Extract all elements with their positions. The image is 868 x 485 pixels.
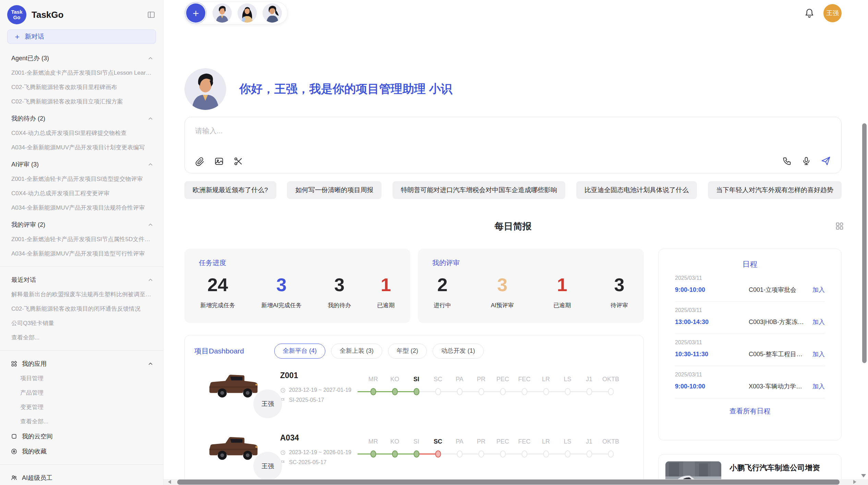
people-icon xyxy=(11,474,17,481)
chat-input[interactable] xyxy=(194,125,766,146)
apps-view-all[interactable]: 查看全部... xyxy=(0,414,163,429)
notification-bell-icon[interactable] xyxy=(804,8,815,18)
stat-value: 1 xyxy=(557,271,567,299)
schedule-title: 日程 xyxy=(675,259,825,270)
stat: 2 进行中 xyxy=(434,271,451,309)
filter-tab[interactable]: 全新上装 (3) xyxy=(331,344,382,359)
suggestion-chip[interactable]: 欧洲新规最近颁布了什么? xyxy=(184,181,276,199)
schedule-event: 2025/03/11 10:30-11:30 C005-整车工程目标评审 加入 xyxy=(675,334,825,366)
app-item[interactable]: 产品管理 xyxy=(0,386,163,400)
horizontal-scrollbar-thumb[interactable] xyxy=(177,480,840,485)
milestone-cell: PA xyxy=(449,373,470,421)
sidebar-item[interactable]: Z001-全新燃油轻卡产品开发项目SI造型提交物评审 xyxy=(0,172,163,186)
milestone-cell: LS xyxy=(557,435,578,483)
chat-tools-right xyxy=(782,156,831,166)
sidebar: Task Go TaskGo ＋ 新对话 Agent已办 (3) Z001-全新… xyxy=(0,0,164,485)
sidebar-item-cloud-space[interactable]: 我的云空间 xyxy=(0,429,163,444)
add-agent-button[interactable]: ＋ xyxy=(186,3,205,23)
stat-label: 已逾期 xyxy=(553,301,571,309)
layout-grid-icon[interactable] xyxy=(835,221,844,231)
sidebar-item[interactable]: C02-飞腾新能源轻客改款项目立项汇报方案 xyxy=(0,95,163,109)
sidebar-item-my-apps[interactable]: 我的应用 xyxy=(0,356,163,371)
agent-avatar-2[interactable] xyxy=(238,3,257,23)
project-info: Z001 2023-12-19 ~ 2027-01-19 SI-2025-05-… xyxy=(280,370,362,421)
agent-avatar-3[interactable] xyxy=(263,3,282,23)
suggestion-chip[interactable]: 如何写一份清晰的项目周报 xyxy=(287,181,382,199)
milestone-label: J1 xyxy=(586,435,592,448)
sidebar-item[interactable]: Z001-全新燃油轻卡产品开发项目SI节点属性5D文件评审 xyxy=(0,232,163,247)
vertical-scrollbar-thumb[interactable] xyxy=(862,123,867,363)
scissors-icon[interactable] xyxy=(233,157,243,166)
sidebar-item[interactable]: A034-全新新能源MUV产品开发项目造型可行性评审 xyxy=(0,247,163,261)
scroll-right-arrow[interactable] xyxy=(853,480,856,484)
suggestion-chip[interactable]: 比亚迪全固态电池计划具体说了什么 xyxy=(576,181,697,199)
filter-tab[interactable]: 全新平台 (4) xyxy=(274,344,325,359)
project-row[interactable]: 王强 Z001 2023-12-19 ~ 2027-01-19 SI-2025-… xyxy=(194,370,634,421)
milestone-label: LR xyxy=(542,373,550,385)
milestone-dot xyxy=(586,450,592,458)
horizontal-scrollbar[interactable] xyxy=(164,479,868,485)
join-button[interactable]: 加入 xyxy=(812,286,825,294)
event-date: 2025/03/11 xyxy=(675,372,825,378)
sidebar-item-favorites[interactable]: 我的收藏 xyxy=(0,444,163,459)
favorites-icon xyxy=(11,448,17,455)
filter-tab[interactable]: 年型 (2) xyxy=(388,344,427,359)
filter-tab[interactable]: 动总开发 (1) xyxy=(433,344,484,359)
new-chat-button[interactable]: ＋ 新对话 xyxy=(7,29,156,44)
section-recent-chats[interactable]: 最近对话 xyxy=(0,272,163,287)
section-agent-done[interactable]: Agent已办 (3) xyxy=(0,51,163,66)
send-icon[interactable] xyxy=(821,156,831,166)
milestone-cell: KO xyxy=(384,435,406,483)
sidebar-item[interactable]: A034-全新新能源MUV产品开发项目计划变更表编写 xyxy=(0,140,163,155)
recent-chat-item[interactable]: 公司Q3轻卡销量 xyxy=(0,316,163,331)
app-logo: Task Go xyxy=(7,5,26,24)
sidebar-item[interactable]: A034-全新新能源MUV产品开发项目法规符合性评审 xyxy=(0,201,163,215)
recent-chat-item[interactable]: 解释最新出台的欧盟报废车法规再生塑料比例被调至15%... xyxy=(0,287,163,302)
image-upload-icon[interactable] xyxy=(214,157,224,166)
milestone-dot xyxy=(543,388,549,395)
agent-avatar-1[interactable] xyxy=(213,3,232,23)
microphone-icon[interactable] xyxy=(801,156,811,166)
section-my-review[interactable]: 我的评审 (2) xyxy=(0,217,163,232)
section-my-todo[interactable]: 我的待办 (2) xyxy=(0,111,163,126)
sidebar-item[interactable]: Z001-全新燃油皮卡产品开发项目SI节点Lesson Learn报告 xyxy=(0,66,163,80)
suggestion-chip[interactable]: 特朗普可能对进口汽车增税会对中国车企造成哪些影响 xyxy=(393,181,565,199)
attachment-icon[interactable] xyxy=(195,157,205,166)
sidebar-item[interactable]: C0X4-动力总成开发项目SI里程碑提交物检查 xyxy=(0,126,163,140)
event-date: 2025/03/11 xyxy=(675,339,825,346)
milestone-label: MR xyxy=(369,435,378,448)
milestone-label: OKTB xyxy=(602,435,619,448)
project-row[interactable]: 王强 A034 2023-12-19 ~ 2026-01-19 SC-2025-… xyxy=(194,432,634,483)
project-flag: SI-2025-05-17 xyxy=(280,397,362,403)
task-progress-card[interactable]: 任务进度 24 新增完成任务 3 新增AI完成任务 3 我的待办 xyxy=(184,249,410,323)
user-avatar[interactable]: 王强 xyxy=(823,4,842,22)
milestone-cell: FEC xyxy=(514,435,535,483)
suggestion-chip[interactable]: 当下年轻人对汽车外观有怎样的喜好趋势 xyxy=(708,181,842,199)
milestone-label: J1 xyxy=(586,373,592,385)
app-item[interactable]: 变更管理 xyxy=(0,400,163,414)
project-code: Z001 xyxy=(280,371,362,380)
sidebar-item[interactable]: C0X4-动力总成开发项目工程变更评审 xyxy=(0,186,163,201)
section-ai-review[interactable]: AI评审 (3) xyxy=(0,157,163,172)
milestone-dot xyxy=(413,450,419,458)
my-review-card[interactable]: 我的评审 2 进行中 3 AI预评审 1 已逾期 xyxy=(418,249,644,323)
scroll-down-arrow[interactable] xyxy=(861,474,866,477)
project-code: A034 xyxy=(280,433,362,443)
view-all-schedule-link[interactable]: 查看所有日程 xyxy=(675,407,825,416)
app-item[interactable]: 项目管理 xyxy=(0,371,163,386)
recent-chat-item[interactable]: C02-飞腾新能源轻客改款项目的闭环通告反馈情况 xyxy=(0,302,163,316)
sidebar-item[interactable]: C02-飞腾新能源轻客改款项目里程碑画布 xyxy=(0,80,163,95)
recent-view-all[interactable]: 查看全部... xyxy=(0,331,163,345)
sidebar-item-ai-employee[interactable]: AI超级员工 xyxy=(0,470,163,485)
join-button[interactable]: 加入 xyxy=(812,350,825,358)
milestone-dot xyxy=(521,388,527,395)
join-button[interactable]: 加入 xyxy=(812,318,825,326)
chevron-up-icon xyxy=(147,222,154,228)
sidebar-collapse-icon[interactable] xyxy=(146,10,156,20)
milestone-dot xyxy=(392,388,398,395)
card-title: 任务进度 xyxy=(199,258,396,268)
scroll-left-arrow[interactable] xyxy=(168,480,171,484)
voice-call-icon[interactable] xyxy=(782,156,792,166)
plus-icon: ＋ xyxy=(13,33,21,40)
join-button[interactable]: 加入 xyxy=(812,382,825,390)
